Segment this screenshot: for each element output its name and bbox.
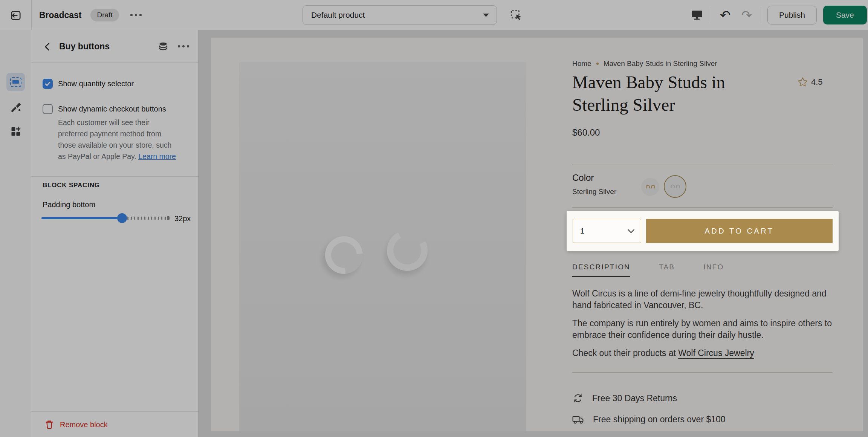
tab-info[interactable]: INFO xyxy=(703,263,724,277)
redo-icon: ↷ xyxy=(741,9,752,21)
block-settings-panel: Buy buttons Show quantity xyxy=(31,30,199,437)
dynamic-checkout-help-text: Each customer will see their preferred p… xyxy=(58,117,179,162)
undo-icon: ↶ xyxy=(720,9,731,21)
save-button[interactable]: Save xyxy=(823,6,867,24)
slider-fill xyxy=(41,217,122,219)
description-paragraph: Check out their products at Wolf Circus … xyxy=(572,347,833,359)
add-to-cart-button[interactable]: ADD TO CART xyxy=(646,219,833,243)
color-swatch-sterling-silver-selected[interactable] xyxy=(664,175,686,198)
chevron-down-icon xyxy=(627,229,635,234)
breadcrumb-separator xyxy=(596,63,599,65)
panel-title: Buy buttons xyxy=(59,30,110,63)
inspect-select-button[interactable] xyxy=(509,8,523,22)
padding-bottom-slider[interactable] xyxy=(41,213,170,223)
swatch-thumbnail xyxy=(676,185,680,189)
desktop-icon xyxy=(691,9,703,21)
divider xyxy=(31,0,32,30)
product-selector-value: Default product xyxy=(311,11,483,20)
color-swatch-gold[interactable] xyxy=(641,178,659,196)
theme-name: Broadcast xyxy=(39,10,81,20)
truck-icon xyxy=(572,415,584,425)
perk-returns: Free 30 Days Returns xyxy=(572,393,677,404)
theme-options-menu-button[interactable] xyxy=(128,12,144,18)
checkbox-label: Show quantity selector xyxy=(58,79,134,88)
preview-device-button[interactable] xyxy=(689,8,704,23)
product-rating: 4.5 xyxy=(798,77,823,87)
theme-editor: Broadcast Draft Default product xyxy=(0,0,868,437)
product-description: Wolf Circus is a line of demi-fine jewel… xyxy=(572,288,833,365)
block-options-menu-button[interactable] xyxy=(176,43,191,50)
breadcrumb-current: Maven Baby Studs in Sterling Silver xyxy=(604,60,717,68)
remove-block-button[interactable]: Remove block xyxy=(45,416,108,433)
checkbox-label: Show dynamic checkout buttons xyxy=(58,105,166,113)
product-price: $60.00 xyxy=(572,127,600,138)
divider xyxy=(572,207,833,208)
show-dynamic-checkout-row: Show dynamic checkout buttons xyxy=(43,104,166,114)
quantity-value: 1 xyxy=(580,227,627,235)
editor-nav-rail xyxy=(0,30,31,437)
trash-icon xyxy=(45,420,54,429)
product-title: Maven Baby Studs in Sterling Silver xyxy=(572,71,753,116)
chevron-down-icon xyxy=(483,14,489,17)
color-option-value: Sterling Silver xyxy=(572,188,616,196)
show-quantity-selector-checkbox[interactable] xyxy=(43,79,53,89)
top-bar: Broadcast Draft Default product xyxy=(0,0,868,30)
block-spacing-header: BLOCK SPACING xyxy=(43,182,100,189)
panel-header: Buy buttons xyxy=(31,30,198,63)
swatch-thumbnail xyxy=(646,185,650,189)
remove-block-label: Remove block xyxy=(60,420,108,429)
quantity-selector[interactable]: 1 xyxy=(573,219,641,243)
product-tabs: DESCRIPTION TAB INFO xyxy=(572,263,724,277)
exit-editor-button[interactable] xyxy=(9,9,23,22)
perk-shipping: Free shipping on orders over $100 xyxy=(572,414,726,425)
paintbrush-icon xyxy=(10,101,21,113)
show-quantity-selector-row: Show quantity selector xyxy=(43,79,134,89)
refresh-icon xyxy=(572,393,584,404)
stack-icon xyxy=(158,41,168,52)
earring-right xyxy=(382,225,433,276)
swatch-thumbnail xyxy=(651,185,655,189)
color-option-label: Color xyxy=(572,173,594,183)
tab-tab[interactable]: TAB xyxy=(659,263,675,277)
divider xyxy=(31,176,198,177)
learn-more-link[interactable]: Learn more xyxy=(138,152,176,160)
divider xyxy=(31,411,198,412)
product-selector-dropdown[interactable]: Default product xyxy=(303,5,497,25)
slider-track-end xyxy=(167,216,170,220)
divider xyxy=(711,6,711,24)
status-badge: Draft xyxy=(90,9,119,21)
product-image[interactable] xyxy=(239,62,526,431)
show-dynamic-checkout-checkbox[interactable] xyxy=(43,104,53,114)
perk-label: Free 30 Days Returns xyxy=(592,393,677,403)
breadcrumb-home-link[interactable]: Home xyxy=(572,60,591,68)
buy-buttons-block: 1 ADD TO CART xyxy=(567,211,839,251)
earring-left xyxy=(318,229,371,282)
check-icon xyxy=(44,81,51,87)
undo-button[interactable]: ↶ xyxy=(718,8,733,23)
nav-sections-button[interactable] xyxy=(6,73,25,91)
nav-theme-settings-button[interactable] xyxy=(10,101,22,113)
divider xyxy=(572,372,833,373)
wolf-circus-jewelry-link[interactable]: Wolf Circus Jewelry xyxy=(678,348,754,358)
chevron-left-icon xyxy=(43,42,51,52)
tab-description[interactable]: DESCRIPTION xyxy=(572,263,630,277)
padding-bottom-label: Padding bottom xyxy=(43,200,95,209)
redo-button[interactable]: ↷ xyxy=(739,8,754,23)
divider xyxy=(761,6,761,24)
perk-label: Free shipping on orders over $100 xyxy=(593,414,726,425)
breadcrumb: Home Maven Baby Studs in Sterling Silver xyxy=(572,60,717,68)
slider-thumb[interactable] xyxy=(117,213,127,223)
apps-icon xyxy=(10,126,21,137)
sections-icon xyxy=(10,77,21,87)
divider xyxy=(572,165,833,165)
nav-apps-button[interactable] xyxy=(10,125,22,138)
slider-track-dotted xyxy=(127,217,166,220)
exit-icon xyxy=(10,9,22,21)
dynamic-source-button[interactable] xyxy=(157,40,170,53)
rating-value: 4.5 xyxy=(811,77,823,87)
description-paragraph: The company is run entirely by women and… xyxy=(572,318,833,341)
padding-bottom-value: 32px xyxy=(174,214,191,223)
publish-button[interactable]: Publish xyxy=(767,6,817,24)
marquee-select-icon xyxy=(510,9,522,21)
back-button[interactable] xyxy=(41,41,53,53)
